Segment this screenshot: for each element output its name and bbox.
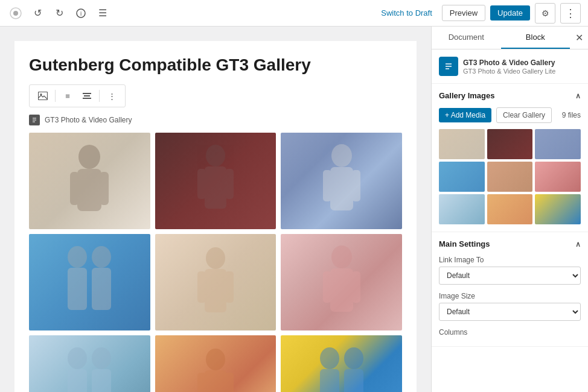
svg-point-24 bbox=[92, 246, 111, 268]
info-button[interactable]: i bbox=[72, 5, 89, 22]
main-settings-header[interactable]: Main Settings ∧ bbox=[432, 232, 588, 256]
svg-rect-4 bbox=[39, 92, 48, 100]
svg-point-44 bbox=[344, 347, 363, 369]
svg-rect-13 bbox=[100, 172, 109, 205]
editor-area: Gutenberg Compatible GT3 Gallery ≡ ⋮ bbox=[0, 27, 431, 392]
redo-button[interactable]: ↻ bbox=[51, 5, 68, 22]
tab-document[interactable]: Document bbox=[432, 27, 501, 49]
svg-rect-40 bbox=[197, 373, 206, 392]
tab-block[interactable]: Block bbox=[501, 27, 570, 49]
svg-rect-41 bbox=[225, 373, 234, 392]
svg-rect-12 bbox=[70, 172, 79, 205]
main-settings-label: Main Settings bbox=[439, 239, 490, 248]
svg-rect-6 bbox=[83, 93, 91, 94]
thumbnail-1[interactable] bbox=[439, 129, 485, 159]
plugin-info: GT3 Photo & Video Gallery GT3 Photo & Vi… bbox=[463, 58, 555, 75]
image-size-select[interactable]: Default bbox=[439, 303, 581, 321]
svg-rect-17 bbox=[225, 169, 234, 199]
gallery-cell-1[interactable] bbox=[29, 133, 150, 229]
gallery-images-header[interactable]: Gallery Images ∧ bbox=[432, 84, 588, 107]
clear-gallery-button[interactable]: Clear Gallery bbox=[496, 107, 552, 123]
svg-rect-21 bbox=[352, 170, 360, 201]
wp-logo-button[interactable] bbox=[7, 5, 24, 22]
plugin-sub: GT3 Photo & Video Gallery Lite bbox=[463, 68, 555, 75]
block-toolbar: ≡ ⋮ bbox=[29, 84, 126, 107]
svg-rect-25 bbox=[92, 268, 111, 310]
thumbnail-grid bbox=[439, 129, 581, 224]
thumbnail-4[interactable] bbox=[439, 162, 485, 192]
svg-point-1 bbox=[13, 11, 18, 16]
svg-point-34 bbox=[68, 347, 87, 369]
thumbnail-9[interactable] bbox=[535, 194, 581, 224]
more-block-options[interactable]: ⋮ bbox=[103, 87, 120, 104]
gallery-cell-9[interactable] bbox=[281, 335, 402, 392]
gallery-cell-7[interactable] bbox=[29, 335, 150, 392]
thumbnail-6[interactable] bbox=[535, 162, 581, 192]
gallery-images-content: + Add Media Clear Gallery 9 files bbox=[432, 107, 588, 232]
block-plugin-icon bbox=[29, 115, 40, 125]
thumbnail-8[interactable] bbox=[487, 194, 533, 224]
svg-point-22 bbox=[68, 246, 87, 268]
gallery-cell-4[interactable] bbox=[29, 234, 150, 330]
svg-point-42 bbox=[320, 347, 339, 369]
svg-rect-16 bbox=[197, 169, 206, 199]
align-center-icon[interactable] bbox=[78, 87, 95, 104]
gallery-image-3 bbox=[281, 133, 402, 229]
thumbnail-3[interactable] bbox=[535, 129, 581, 159]
thumbnail-5[interactable] bbox=[487, 162, 533, 192]
main-settings-chevron: ∧ bbox=[575, 240, 581, 248]
top-bar-left: ↺ ↻ i ☰ bbox=[7, 5, 111, 22]
page-title: Gutenberg Compatible GT3 Gallery bbox=[29, 55, 402, 75]
gallery-images-chevron: ∧ bbox=[575, 92, 581, 100]
gallery-images-section: Gallery Images ∧ + Add Media Clear Galle… bbox=[432, 84, 588, 232]
toolbar-divider-2 bbox=[99, 90, 100, 102]
sidebar-tabs-row: Document Block ✕ bbox=[432, 27, 588, 49]
link-image-label: Link Image To bbox=[439, 256, 581, 264]
thumbnail-2[interactable] bbox=[487, 129, 533, 159]
gallery-actions: + Add Media Clear Gallery 9 files bbox=[439, 107, 581, 123]
main-settings-section: Main Settings ∧ Link Image To Default Im… bbox=[432, 232, 588, 347]
switch-draft-button[interactable]: Switch to Draft bbox=[376, 6, 437, 20]
gallery-cell-5[interactable] bbox=[155, 234, 276, 330]
menu-button[interactable]: ☰ bbox=[94, 5, 111, 22]
gallery-image-9 bbox=[281, 335, 402, 392]
settings-gear-button[interactable]: ⚙ bbox=[535, 3, 555, 24]
thumbnail-7[interactable] bbox=[439, 194, 485, 224]
more-options-button[interactable]: ⋮ bbox=[560, 3, 581, 24]
preview-button[interactable]: Preview bbox=[442, 5, 485, 21]
svg-point-26 bbox=[206, 247, 225, 269]
link-image-select[interactable]: Default bbox=[439, 267, 581, 285]
undo-button[interactable]: ↺ bbox=[29, 5, 46, 22]
svg-rect-19 bbox=[330, 167, 353, 210]
gallery-cell-8[interactable] bbox=[155, 335, 276, 392]
svg-point-14 bbox=[206, 145, 225, 166]
columns-label: Columns bbox=[439, 328, 581, 337]
gallery-image-7 bbox=[29, 335, 150, 392]
update-button[interactable]: Update bbox=[490, 5, 530, 21]
gallery-image-5 bbox=[155, 234, 276, 330]
gallery-image-2 bbox=[155, 133, 276, 229]
gallery-cell-6[interactable] bbox=[281, 234, 402, 330]
svg-rect-35 bbox=[68, 369, 87, 392]
top-bar: ↺ ↻ i ☰ Switch to Draft Preview Update ⚙… bbox=[0, 0, 588, 27]
main-settings-content: Link Image To Default Image Size Default… bbox=[432, 256, 588, 346]
svg-rect-39 bbox=[205, 370, 226, 392]
gallery-cell-2[interactable] bbox=[155, 133, 276, 229]
svg-point-30 bbox=[331, 245, 352, 268]
svg-rect-28 bbox=[197, 271, 206, 303]
svg-rect-15 bbox=[205, 166, 226, 209]
align-left-icon[interactable]: ≡ bbox=[59, 87, 76, 104]
add-media-button[interactable]: + Add Media bbox=[439, 108, 491, 122]
gallery-image-6 bbox=[281, 234, 402, 330]
block-image-icon[interactable] bbox=[34, 87, 51, 104]
svg-rect-11 bbox=[77, 169, 101, 211]
image-size-label: Image Size bbox=[439, 292, 581, 300]
block-header: GT3 Photo & Video Gallery bbox=[29, 115, 402, 125]
svg-rect-20 bbox=[323, 170, 331, 201]
plugin-name: GT3 Photo & Video Gallery bbox=[463, 58, 555, 68]
sidebar-close-button[interactable]: ✕ bbox=[570, 32, 588, 43]
gallery-cell-3[interactable] bbox=[281, 133, 402, 229]
toolbar-divider-1 bbox=[55, 90, 56, 102]
svg-text:i: i bbox=[80, 10, 81, 17]
svg-rect-27 bbox=[205, 269, 226, 312]
